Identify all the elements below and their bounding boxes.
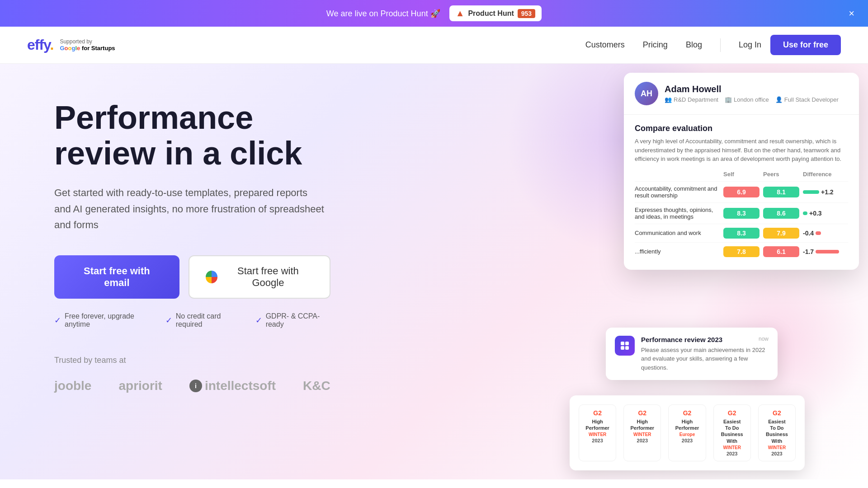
- eval-row-3-label: Communication and work: [635, 230, 720, 236]
- badge-1: G2 High Performer WINTER 2023: [579, 404, 616, 461]
- badge-1-sub: WINTER: [589, 432, 606, 437]
- eval-row-1-peers: 8.1: [763, 187, 799, 197]
- eval-name: Adam Howell: [665, 84, 839, 94]
- eval-user-info: Adam Howell 👥 R&D Department 🏢 London of…: [665, 84, 839, 103]
- eval-row-4-diff: -1.7: [803, 248, 848, 255]
- eval-row-3-peers: 7.9: [763, 228, 799, 239]
- badge-3: G2 High Performer Europe 2023: [668, 404, 706, 461]
- badge-4: G2 Easiest To Do Business With WINTER 20…: [713, 404, 751, 461]
- office-icon: 🏢: [725, 96, 732, 103]
- eval-row-3-diff: -0.4: [803, 230, 848, 237]
- hero-checks: ✓ Free forever, upgrade anytime ✓ No cre…: [54, 312, 330, 328]
- google-button-label: Start free with Google: [223, 265, 313, 289]
- avatar: AH: [635, 82, 658, 105]
- role-icon: 👤: [775, 96, 783, 103]
- trust-logo-jooble: jooble: [54, 379, 91, 393]
- eval-row-1-self: 6.9: [723, 187, 760, 197]
- notif-title-row: Performance review 2023 now: [641, 336, 769, 344]
- product-hunt-badge[interactable]: ▲ Product Hunt 953: [449, 5, 542, 21]
- intellectsoft-label: intellectsoft: [205, 379, 276, 393]
- badge-3-sub: Europe: [679, 432, 695, 437]
- navigation: effy. Supported by Google for Startups C…: [0, 27, 868, 64]
- login-button[interactable]: Log In: [739, 40, 761, 50]
- badge-4-year: 2023: [726, 451, 737, 456]
- trusted-section: Trusted by teams at jooble apriorit i in…: [54, 328, 330, 393]
- svg-rect-1: [625, 342, 629, 345]
- badges-card: G2 High Performer WINTER 2023 G2 High Pe…: [570, 395, 805, 470]
- badge-5: G2 Easiest To Do Business With WINTER 20…: [758, 404, 796, 461]
- badge-1-year: 2023: [592, 438, 603, 443]
- diff-bar-4: [816, 250, 839, 253]
- banner-text: We are live on Product Hunt 🚀: [326, 9, 440, 19]
- badge-2-title: High Performer: [630, 418, 654, 432]
- notif-title: Performance review 2023: [641, 336, 722, 343]
- check-label-3: GDPR- & CCPA-ready: [266, 312, 330, 328]
- col-peers: Peers: [763, 171, 799, 178]
- eval-desc: A very high level of Accountability, com…: [635, 137, 848, 164]
- eval-meta: 👥 R&D Department 🏢 London office 👤 Full …: [665, 96, 839, 103]
- badge-1-title: High Performer: [585, 418, 609, 432]
- badge-3-title: High Performer: [675, 418, 699, 432]
- badge-3-year: 2023: [682, 438, 693, 443]
- g2-logo-3: G2: [683, 409, 692, 417]
- check-label-2: No credit card required: [176, 312, 242, 328]
- start-email-button[interactable]: Start free with email: [54, 255, 179, 299]
- check-item-1: ✓ Free forever, upgrade anytime: [54, 312, 152, 328]
- g2-logo-5: G2: [773, 409, 781, 417]
- check-item-2: ✓ No credit card required: [165, 312, 242, 328]
- badge-4-sub: WINTER: [723, 445, 741, 450]
- badge-4-title: Easiest To Do Business With: [720, 418, 744, 444]
- svg-rect-3: [625, 346, 629, 350]
- supported-by-label: Supported by: [60, 38, 115, 45]
- top-banner: We are live on Product Hunt 🚀 ▲ Product …: [0, 0, 868, 27]
- eval-row-2-self: 8.3: [723, 208, 760, 219]
- eval-row-1: Accountability, commitment and result ow…: [635, 181, 848, 202]
- intellectsoft-icon: i: [189, 380, 202, 392]
- check-item-3: ✓ GDPR- & CCPA-ready: [255, 312, 330, 328]
- diff-bar-2: [803, 211, 807, 215]
- eval-row-2: Expresses thoughts, opinions, and ideas,…: [635, 202, 848, 224]
- eval-row-4-self: 7.8: [723, 246, 760, 257]
- hero-section: Performance review in a click Get starte…: [0, 64, 868, 479]
- diff-bar-3: [816, 231, 821, 235]
- badge-5-sub: WINTER: [768, 445, 786, 450]
- svg-rect-0: [621, 342, 624, 345]
- ph-label: Product Hunt: [468, 9, 514, 18]
- col-self: Self: [723, 171, 760, 178]
- g2-logo-2: G2: [638, 409, 646, 417]
- eval-table-header: Self Peers Difference: [635, 171, 848, 181]
- badge-5-year: 2023: [771, 451, 782, 456]
- badge-2-year: 2023: [637, 438, 648, 443]
- eval-row-1-label: Accountability, commitment and result ow…: [635, 185, 720, 199]
- eval-row-2-label: Expresses thoughts, opinions, and ideas,…: [635, 206, 720, 220]
- notification-card: Performance review 2023 now Please asses…: [606, 328, 778, 380]
- hero-subtitle: Get started with ready-to-use templates,…: [54, 185, 326, 233]
- hero-buttons: Start free with email Start free with Go…: [54, 255, 330, 299]
- g2-logo-1: G2: [593, 409, 602, 417]
- notif-content: Performance review 2023 now Please asses…: [641, 336, 769, 372]
- badge-2: G2 High Performer WINTER 2023: [623, 404, 661, 461]
- trust-logo-knc: K&C: [303, 379, 330, 393]
- diff-bar-1: [803, 190, 819, 194]
- nav-customers[interactable]: Customers: [585, 40, 625, 50]
- eval-office: 🏢 London office: [725, 96, 769, 103]
- eval-header: AH Adam Howell 👥 R&D Department 🏢 London…: [624, 73, 859, 115]
- eval-row-1-diff: +1.2: [803, 188, 848, 196]
- badge-5-title: Easiest To Do Business With: [765, 418, 789, 444]
- nav-pricing[interactable]: Pricing: [643, 40, 668, 50]
- eval-row-4-label: ...fficiently: [635, 248, 720, 255]
- banner-close-button[interactable]: ×: [849, 8, 854, 19]
- notif-icon: [615, 336, 635, 356]
- nav-blog[interactable]: Blog: [686, 40, 702, 50]
- google-g-icon: [206, 271, 217, 283]
- eval-card: AH Adam Howell 👥 R&D Department 🏢 London…: [624, 73, 859, 270]
- nav-links: Customers Pricing Blog Log In Use for fr…: [585, 35, 841, 55]
- eval-row-3: Communication and work 8.3 7.9 -0.4: [635, 224, 848, 242]
- ph-logo: ▲: [456, 8, 465, 19]
- logo-area: effy. Supported by Google for Startups: [27, 37, 115, 53]
- start-google-button[interactable]: Start free with Google: [189, 255, 330, 299]
- use-free-button[interactable]: Use for free: [770, 35, 841, 55]
- eval-row-3-self: 8.3: [723, 228, 760, 239]
- dept-icon: 👥: [665, 96, 672, 103]
- eval-department: 👥 R&D Department: [665, 96, 718, 103]
